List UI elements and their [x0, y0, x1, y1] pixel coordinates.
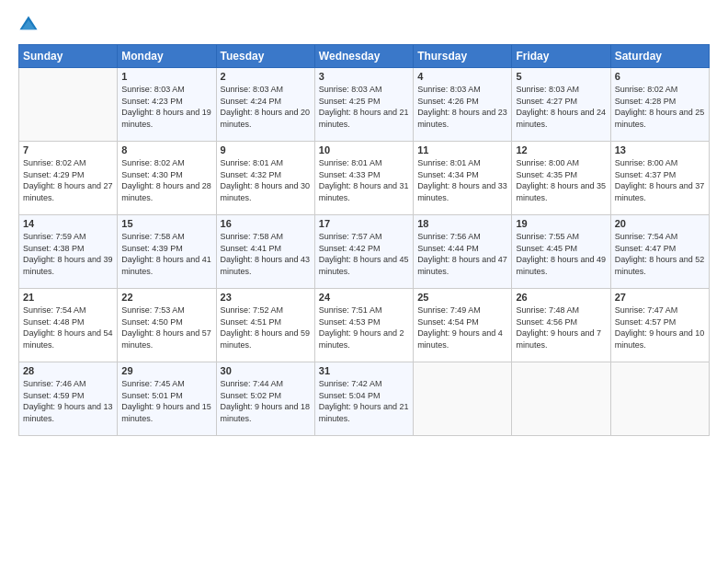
day-cell: 6Sunrise: 8:02 AMSunset: 4:28 PMDaylight… [610, 68, 709, 142]
day-info: Sunrise: 8:01 AMSunset: 4:33 PMDaylight:… [319, 157, 409, 203]
day-cell: 23Sunrise: 7:52 AMSunset: 4:51 PMDayligh… [216, 289, 314, 362]
day-cell: 9Sunrise: 8:01 AMSunset: 4:32 PMDaylight… [216, 142, 314, 215]
day-cell: 28Sunrise: 7:46 AMSunset: 4:59 PMDayligh… [19, 362, 118, 436]
day-cell [19, 68, 118, 142]
day-number: 19 [516, 218, 606, 229]
day-info: Sunrise: 7:49 AMSunset: 4:54 PMDaylight:… [417, 304, 507, 350]
week-row-5: 28Sunrise: 7:46 AMSunset: 4:59 PMDayligh… [19, 362, 710, 436]
day-info: Sunrise: 8:02 AMSunset: 4:28 PMDaylight:… [615, 84, 705, 130]
day-cell: 20Sunrise: 7:54 AMSunset: 4:47 PMDayligh… [610, 215, 709, 289]
day-info: Sunrise: 8:03 AMSunset: 4:24 PMDaylight:… [221, 84, 311, 130]
day-number: 20 [615, 218, 705, 229]
day-info: Sunrise: 7:58 AMSunset: 4:41 PMDaylight:… [221, 231, 311, 277]
calendar-page: SundayMondayTuesdayWednesdayThursdayFrid… [0, 0, 728, 563]
day-info: Sunrise: 7:46 AMSunset: 4:59 PMDaylight:… [23, 378, 113, 424]
day-info: Sunrise: 8:03 AMSunset: 4:26 PMDaylight:… [417, 84, 507, 130]
day-info: Sunrise: 7:44 AMSunset: 5:02 PMDaylight:… [221, 378, 311, 424]
day-cell: 18Sunrise: 7:56 AMSunset: 4:44 PMDayligh… [414, 215, 512, 289]
day-cell: 16Sunrise: 7:58 AMSunset: 4:41 PMDayligh… [216, 215, 314, 289]
day-number: 16 [221, 218, 311, 229]
week-row-4: 21Sunrise: 7:54 AMSunset: 4:48 PMDayligh… [19, 289, 710, 362]
weekday-header-saturday: Saturday [610, 45, 709, 68]
day-number: 15 [121, 218, 211, 229]
day-cell: 4Sunrise: 8:03 AMSunset: 4:26 PMDaylight… [414, 68, 512, 142]
day-cell: 15Sunrise: 7:58 AMSunset: 4:39 PMDayligh… [118, 215, 216, 289]
day-number: 18 [417, 218, 507, 229]
day-info: Sunrise: 7:54 AMSunset: 4:48 PMDaylight:… [23, 304, 113, 350]
day-number: 11 [417, 144, 507, 155]
day-info: Sunrise: 7:45 AMSunset: 5:01 PMDaylight:… [121, 378, 211, 424]
weekday-header-thursday: Thursday [414, 45, 512, 68]
weekday-header-monday: Monday [118, 45, 216, 68]
day-number: 28 [23, 365, 113, 376]
day-number: 17 [319, 218, 409, 229]
weekday-header-row: SundayMondayTuesdayWednesdayThursdayFrid… [19, 45, 710, 68]
day-cell: 26Sunrise: 7:48 AMSunset: 4:56 PMDayligh… [512, 289, 610, 362]
day-cell: 21Sunrise: 7:54 AMSunset: 4:48 PMDayligh… [19, 289, 118, 362]
day-number: 25 [417, 292, 507, 303]
day-cell: 10Sunrise: 8:01 AMSunset: 4:33 PMDayligh… [314, 142, 413, 215]
day-number: 31 [319, 365, 409, 376]
day-number: 7 [23, 144, 113, 155]
logo-icon [18, 15, 39, 35]
day-info: Sunrise: 7:47 AMSunset: 4:57 PMDaylight:… [615, 304, 705, 350]
day-cell: 24Sunrise: 7:51 AMSunset: 4:53 PMDayligh… [314, 289, 413, 362]
day-number: 10 [319, 144, 409, 155]
day-number: 13 [615, 144, 705, 155]
day-info: Sunrise: 7:51 AMSunset: 4:53 PMDaylight:… [319, 304, 409, 350]
day-cell [414, 362, 512, 436]
day-cell: 14Sunrise: 7:59 AMSunset: 4:38 PMDayligh… [19, 215, 118, 289]
weekday-header-wednesday: Wednesday [314, 45, 413, 68]
day-info: Sunrise: 7:52 AMSunset: 4:51 PMDaylight:… [221, 304, 311, 350]
day-info: Sunrise: 8:03 AMSunset: 4:25 PMDaylight:… [319, 84, 409, 130]
day-info: Sunrise: 8:03 AMSunset: 4:23 PMDaylight:… [121, 84, 211, 130]
day-cell: 13Sunrise: 8:00 AMSunset: 4:37 PMDayligh… [610, 142, 709, 215]
day-number: 14 [23, 218, 113, 229]
day-number: 21 [23, 292, 113, 303]
day-number: 22 [121, 292, 211, 303]
day-number: 23 [221, 292, 311, 303]
logo [18, 15, 40, 35]
day-info: Sunrise: 7:53 AMSunset: 4:50 PMDaylight:… [121, 304, 211, 350]
day-number: 26 [516, 292, 606, 303]
day-cell: 2Sunrise: 8:03 AMSunset: 4:24 PMDaylight… [216, 68, 314, 142]
weekday-header-tuesday: Tuesday [216, 45, 314, 68]
day-cell: 1Sunrise: 8:03 AMSunset: 4:23 PMDaylight… [118, 68, 216, 142]
day-info: Sunrise: 7:57 AMSunset: 4:42 PMDaylight:… [319, 231, 409, 277]
day-cell: 31Sunrise: 7:42 AMSunset: 5:04 PMDayligh… [314, 362, 413, 436]
day-cell: 19Sunrise: 7:55 AMSunset: 4:45 PMDayligh… [512, 215, 610, 289]
day-cell [610, 362, 709, 436]
day-info: Sunrise: 8:03 AMSunset: 4:27 PMDaylight:… [516, 84, 606, 130]
day-info: Sunrise: 7:42 AMSunset: 5:04 PMDaylight:… [319, 378, 409, 424]
day-info: Sunrise: 8:01 AMSunset: 4:32 PMDaylight:… [221, 157, 311, 203]
day-number: 27 [615, 292, 705, 303]
week-row-1: 1Sunrise: 8:03 AMSunset: 4:23 PMDaylight… [19, 68, 710, 142]
day-cell: 3Sunrise: 8:03 AMSunset: 4:25 PMDaylight… [314, 68, 413, 142]
calendar-table: SundayMondayTuesdayWednesdayThursdayFrid… [18, 44, 710, 436]
day-info: Sunrise: 7:48 AMSunset: 4:56 PMDaylight:… [516, 304, 606, 350]
week-row-3: 14Sunrise: 7:59 AMSunset: 4:38 PMDayligh… [19, 215, 710, 289]
day-cell [512, 362, 610, 436]
day-number: 2 [221, 71, 311, 82]
day-info: Sunrise: 7:58 AMSunset: 4:39 PMDaylight:… [121, 231, 211, 277]
weekday-header-friday: Friday [512, 45, 610, 68]
day-number: 3 [319, 71, 409, 82]
header [18, 15, 710, 35]
day-cell: 7Sunrise: 8:02 AMSunset: 4:29 PMDaylight… [19, 142, 118, 215]
day-number: 29 [121, 365, 211, 376]
day-number: 30 [221, 365, 311, 376]
day-cell: 8Sunrise: 8:02 AMSunset: 4:30 PMDaylight… [118, 142, 216, 215]
day-number: 12 [516, 144, 606, 155]
day-cell: 5Sunrise: 8:03 AMSunset: 4:27 PMDaylight… [512, 68, 610, 142]
day-info: Sunrise: 8:00 AMSunset: 4:37 PMDaylight:… [615, 157, 705, 203]
day-info: Sunrise: 7:55 AMSunset: 4:45 PMDaylight:… [516, 231, 606, 277]
day-number: 9 [221, 144, 311, 155]
day-info: Sunrise: 7:54 AMSunset: 4:47 PMDaylight:… [615, 231, 705, 277]
day-info: Sunrise: 8:00 AMSunset: 4:35 PMDaylight:… [516, 157, 606, 203]
day-cell: 30Sunrise: 7:44 AMSunset: 5:02 PMDayligh… [216, 362, 314, 436]
day-info: Sunrise: 8:02 AMSunset: 4:29 PMDaylight:… [23, 157, 113, 203]
day-cell: 17Sunrise: 7:57 AMSunset: 4:42 PMDayligh… [314, 215, 413, 289]
day-number: 1 [121, 71, 211, 82]
day-cell: 27Sunrise: 7:47 AMSunset: 4:57 PMDayligh… [610, 289, 709, 362]
day-number: 24 [319, 292, 409, 303]
